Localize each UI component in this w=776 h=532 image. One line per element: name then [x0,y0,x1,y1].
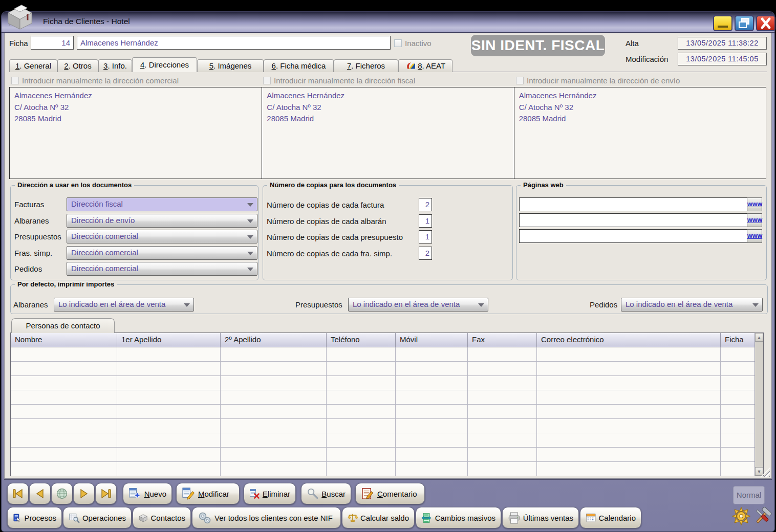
table-row[interactable] [11,462,755,476]
tab-otros[interactable]: 2. Otros [57,59,98,72]
nuevo-button[interactable]: Nuevo [123,483,172,504]
col-correo[interactable]: Correo electrónico [537,333,721,347]
modificacion-date-field: 13/05/2025 11:45:05 [678,53,767,65]
restore-button[interactable] [735,15,754,31]
nav-refresh-button[interactable] [51,483,73,504]
ficha-number-input[interactable] [31,36,74,50]
tab-personas-contacto[interactable]: Personas de contacto [11,318,115,333]
scroll-down-arrow[interactable]: ▼ [755,467,763,476]
vertical-scrollbar[interactable]: ▲ ▼ [755,333,763,476]
manual-comercial-label: Introducir manualmente la dirección come… [22,76,179,85]
search-icon [307,487,319,500]
table-row[interactable] [11,390,755,405]
last-record-icon [99,487,113,500]
tools-button[interactable] [752,506,773,528]
settings-gear-button[interactable] [732,507,750,527]
tab-direcciones[interactable]: 4. Direcciones [132,57,197,72]
nav-next-button[interactable] [73,483,95,504]
importes-pedidos-combo[interactable]: Lo indicado en el área de venta [621,298,763,312]
ver-clientes-nif-button[interactable]: Ver todos los clientes con este NIF [192,507,341,528]
contactos-button[interactable]: Contactos [133,507,191,528]
www-button-3[interactable]: www [747,229,762,243]
copias-factura-input[interactable]: 2 [419,198,432,211]
pedidos-combo[interactable]: Dirección comercial [67,262,257,276]
fras-simp-label: Fras. simp. [14,249,52,257]
nav-prev-button[interactable] [29,483,51,504]
contacts-table-header: Nombre 1er Apellido 2º Apellido Teléfono… [11,333,763,347]
copias-presupuesto-input[interactable]: 1 [419,230,432,243]
presupuestos-combo[interactable]: Dirección comercial [67,230,257,243]
imprimir-importes-title: Por defecto, imprimir importes [15,280,117,288]
table-row[interactable] [11,405,755,419]
eliminar-button[interactable]: Eliminar [244,483,296,504]
table-row[interactable] [11,362,755,376]
tab-info[interactable]: 3. Info. [98,59,132,72]
tab-ficheros[interactable]: 7. Ficheros [334,59,398,72]
modificar-button[interactable]: Modificar [176,483,240,504]
calcular-saldo-button[interactable]: Calcular saldo [342,507,415,528]
direccion-envio-box: Almacenes HernándezC/ Atocha Nº 3228085 … [514,87,766,179]
www-button-1[interactable]: www [747,197,762,211]
importes-albaranes-combo[interactable]: Lo indicado en el área de venta [54,298,194,312]
fras-simp-combo[interactable]: Dirección comercial [67,246,257,260]
buscar-button[interactable]: Buscar [301,483,351,504]
copias-presupuesto-label: Número de copias de cada presupuesto [267,233,403,241]
contacts-table: Nombre 1er Apellido 2º Apellido Teléfono… [10,332,764,476]
chevron-down-icon [247,219,253,223]
nav-last-button[interactable] [95,483,117,504]
albaranes-combo[interactable]: Dirección de envío [67,214,257,228]
procesos-button[interactable]: Procesos [7,507,62,528]
importes-presupuestos-label: Presupuestos [295,300,342,309]
col-2-apellido[interactable]: 2º Apellido [221,333,327,347]
copias-albaran-label: Número de copias de cada albarán [267,217,386,226]
manual-fiscal-checkbox[interactable] [263,77,271,84]
manual-envio-checkbox[interactable] [516,77,524,84]
comentario-button[interactable]: Comentario [355,483,425,504]
table-row[interactable] [11,433,755,448]
nav-first-button[interactable] [7,483,29,504]
table-row[interactable] [11,347,755,362]
app-copier-icon[interactable] [4,1,36,33]
address-panels: Almacenes HernándezC/ Atocha Nº 3228085 … [9,87,766,179]
tab-aeat[interactable]: 8. AEAT [398,59,452,72]
hammer-screwdriver-icon [752,506,773,526]
col-nombre[interactable]: Nombre [11,333,117,347]
close-button[interactable] [756,15,775,31]
table-row[interactable] [11,448,755,462]
calendario-button[interactable]: Calendario [580,507,641,528]
web-url-input-3[interactable] [519,229,747,243]
col-1er-apellido[interactable]: 1er Apellido [117,333,221,347]
tab-imagenes[interactable]: 5. Imágenes [197,59,264,72]
cambios-masivos-button[interactable]: Cambios masivos [416,507,501,528]
tab-general[interactable]: 1. General [9,59,57,72]
web-url-input-2[interactable] [519,213,747,227]
minimize-button[interactable] [713,15,732,31]
facturas-combo[interactable]: Dirección fiscal [67,197,257,211]
col-telefono[interactable]: Teléfono [327,333,396,347]
scroll-up-arrow[interactable]: ▲ [755,333,763,342]
operaciones-button[interactable]: Operaciones [63,507,132,528]
col-fax[interactable]: Fax [468,333,537,347]
inactivo-checkbox[interactable] [394,39,402,47]
col-movil[interactable]: Móvil [396,333,468,347]
manual-comercial-checkbox[interactable] [11,77,19,84]
copias-albaran-input[interactable]: 1 [419,214,432,228]
delete-record-icon [249,487,260,501]
importes-presupuestos-combo[interactable]: Lo indicado en el área de venta [348,298,488,312]
col-ficha[interactable]: Ficha [721,333,755,347]
copias-fra-simp-input[interactable]: 2 [419,247,432,260]
normal-button[interactable]: Normal [733,486,765,504]
client-name-input[interactable] [77,36,391,50]
table-row[interactable] [11,376,755,390]
comment-note-icon [361,487,375,501]
ultimas-ventas-button[interactable]: Últimas ventas [502,507,579,528]
web-url-input-1[interactable] [519,197,747,211]
minimize-icon [718,26,728,28]
paginas-web-title: Páginas web [521,181,566,189]
copias-factura-label: Número de copias de cada factura [267,201,384,209]
importes-albaranes-label: Albaranes [13,300,48,309]
tab-ficha-medica[interactable]: 6. Ficha médica [264,59,334,72]
chevron-down-icon [752,303,759,307]
table-row[interactable] [11,419,755,433]
www-button-2[interactable]: www [747,213,762,227]
